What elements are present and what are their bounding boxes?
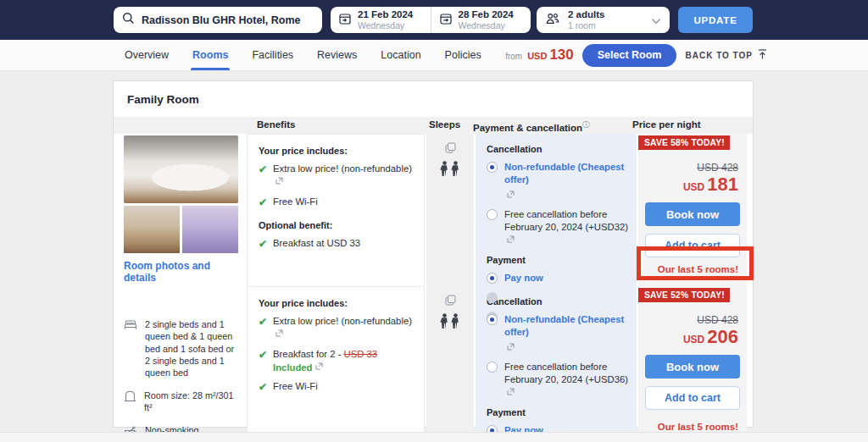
benefit-text: Free Wi-Fi <box>273 380 318 394</box>
save-badge: SAVE 58% TODAY! <box>638 135 730 150</box>
external-link-icon[interactable] <box>275 175 283 188</box>
optional-benefit-label: Optional benefit: <box>259 220 415 230</box>
check-icon: ✔ <box>259 315 267 342</box>
check-icon: ✔ <box>259 163 267 190</box>
header-price: Price per night <box>632 119 701 130</box>
checkin-calendar-icon <box>338 12 352 29</box>
select-room-button[interactable]: Select Room <box>582 44 677 67</box>
price-amount: 206 <box>707 326 738 347</box>
radio-selected[interactable] <box>487 314 498 325</box>
option-text: Pay now <box>504 272 543 285</box>
occupancy-detail-icon[interactable] <box>445 294 456 309</box>
external-link-icon[interactable] <box>275 328 283 340</box>
guests-selector[interactable]: 2 adults 1 room <box>537 7 670 33</box>
external-link-icon[interactable] <box>315 361 323 373</box>
includes-label: Your price includes: <box>259 146 415 156</box>
add-to-cart-button[interactable]: Add to cart <box>645 234 740 257</box>
scarcity-message: Our last 5 rooms! <box>638 264 747 274</box>
room-photos-link[interactable]: Room photos and details <box>124 260 238 284</box>
checkin-date-field[interactable]: 21 Feb 2024 Wednesday <box>331 7 431 33</box>
search-input[interactable] <box>142 14 314 26</box>
bed-icon <box>124 318 137 334</box>
radio-selected[interactable] <box>487 273 498 284</box>
fact-room-size: Room size: 28 m²/301 ft² <box>124 390 238 414</box>
fact-room-size-text: Room size: 28 m²/301 ft² <box>144 390 238 414</box>
two-adults-icon <box>440 161 460 178</box>
benefit-text: Extra low price! (non-refundable) <box>273 163 412 174</box>
checkout-calendar-icon <box>439 12 453 29</box>
hotel-search-field[interactable] <box>114 7 322 33</box>
scarcity-message: Our last 5 rooms! <box>638 422 747 432</box>
header-sleeps: Sleeps <box>429 119 460 130</box>
tab-facilities[interactable]: Facilities <box>240 40 305 70</box>
option-text: Free cancellation before February 20, 20… <box>504 362 628 384</box>
benefit-item: ✔ Breakfast at USD 33 <box>259 237 415 251</box>
check-icon: ✔ <box>259 348 267 375</box>
rate-row-2: Your price includes: ✔ Extra low price! … <box>247 286 747 428</box>
breakfast-old-price: USD 33 <box>344 349 378 359</box>
benefit-item: ✔ Free Wi-Fi <box>259 380 415 394</box>
cancellation-label: Cancellation <box>487 296 628 307</box>
rate-row-1: Your price includes: ✔ Extra low price! … <box>247 134 747 279</box>
occupancy-detail-icon[interactable] <box>445 141 456 157</box>
room-photo-main[interactable] <box>124 135 238 203</box>
booking-page: 21 Feb 2024 Wednesday 28 Feb 2024 Wednes… <box>0 0 868 442</box>
tab-overview[interactable]: Overview <box>113 40 181 70</box>
external-link-icon[interactable] <box>507 386 515 399</box>
cancellation-option-free[interactable]: Free cancellation before February 20, 20… <box>487 361 628 401</box>
tab-reviews[interactable]: Reviews <box>305 40 369 70</box>
tab-location[interactable]: Location <box>369 40 432 70</box>
external-link-icon[interactable] <box>507 234 515 246</box>
book-now-button[interactable]: Book now <box>645 355 740 378</box>
from-price: from USD 130 <box>505 47 574 64</box>
payment-option-pay-now[interactable]: Pay now <box>487 272 628 285</box>
room-photo-thumb-1[interactable] <box>124 206 180 253</box>
current-price: USD206 <box>638 326 747 348</box>
tab-policies[interactable]: Policies <box>433 40 493 70</box>
option-text: Non-refundable (Cheapest offer) <box>504 162 624 185</box>
from-label: from <box>505 52 522 61</box>
header-payment: Payment & cancellation <box>473 123 582 133</box>
checkout-date-field[interactable]: 28 Feb 2024 Wednesday <box>431 7 531 33</box>
page-bottom-strip <box>0 432 868 442</box>
payment-label: Payment <box>487 407 628 417</box>
radio-disabled <box>487 292 498 303</box>
guests-adults: 2 adults <box>568 9 604 20</box>
arrow-up-icon <box>757 48 768 62</box>
breakfast-prefix: Breakfast for 2 - <box>273 349 344 359</box>
cancellation-option-free[interactable]: Free cancellation before February 20, 20… <box>487 208 628 248</box>
room-card: Family Room Benefits Sleeps Payment & ca… <box>113 80 754 428</box>
benefit-item: ✔ Extra low price! (non-refundable) <box>259 163 415 190</box>
external-link-icon[interactable] <box>507 189 628 202</box>
cancellation-option-nonrefundable[interactable]: Non-refundable (Cheapest offer) <box>487 313 628 354</box>
update-button[interactable]: UPDATE <box>678 7 753 33</box>
section-nav-bar: Overview Rooms Facilities Reviews Locati… <box>0 40 868 71</box>
back-to-top-button[interactable]: BACK TO TOP <box>685 48 768 62</box>
radio-unselected[interactable] <box>487 209 498 220</box>
cancellation-label: Cancellation <box>487 144 628 154</box>
book-now-button[interactable]: Book now <box>645 202 740 226</box>
room-info-column: Room photos and details 2 single beds an… <box>114 134 247 442</box>
room-title: Family Room <box>114 81 753 117</box>
header-benefits: Benefits <box>257 119 295 130</box>
info-icon[interactable]: ⓘ <box>582 120 590 129</box>
tab-rooms[interactable]: Rooms <box>181 40 240 70</box>
old-price: USD 428 <box>638 162 747 174</box>
add-to-cart-button[interactable]: Add to cart <box>645 386 740 410</box>
current-price: USD181 <box>638 174 747 196</box>
radio-selected[interactable] <box>487 162 498 173</box>
benefit-item: ✔ Extra low price! (non-refundable) <box>259 315 415 342</box>
guests-icon <box>545 12 560 29</box>
check-icon: ✔ <box>259 237 267 251</box>
price-cell: SAVE 52% TODAY! USD 428 USD206 Book now … <box>638 286 747 442</box>
section-tabs: Overview Rooms Facilities Reviews Locati… <box>113 40 493 70</box>
check-icon: ✔ <box>259 380 267 394</box>
room-photo-thumb-2[interactable] <box>182 206 238 253</box>
external-link-icon[interactable] <box>507 341 628 354</box>
cancellation-option-nonrefundable[interactable]: Non-refundable (Cheapest offer) <box>487 161 628 202</box>
payment-cancellation-cell: Cancellation Non-refundable (Cheapest of… <box>476 286 637 442</box>
radio-unselected[interactable] <box>487 362 498 373</box>
includes-label: Your price includes: <box>259 298 415 308</box>
benefit-text: Breakfast at USD 33 <box>273 237 360 251</box>
option-text: Non-refundable (Cheapest offer) <box>504 314 624 337</box>
